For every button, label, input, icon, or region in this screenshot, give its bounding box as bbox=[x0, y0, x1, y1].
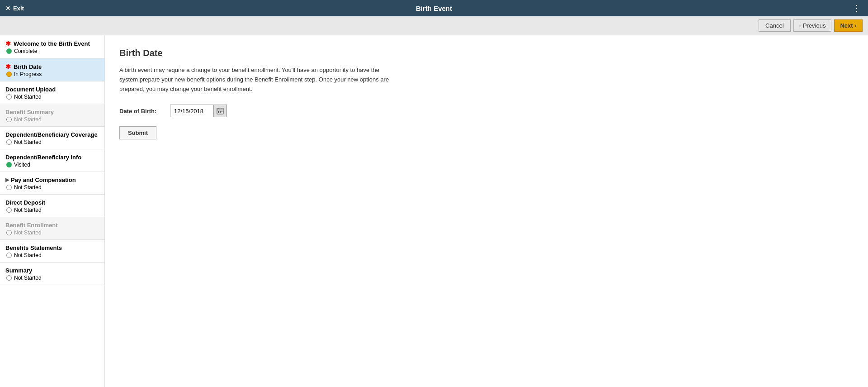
sidebar: ✱Welcome to the Birth EventComplete✱Birt… bbox=[0, 35, 105, 387]
sidebar-item-title-dependent-info: Dependent/Beneficiary Info bbox=[5, 154, 99, 161]
sidebar-item-label-benefit-enrollment: Benefit Enrollment bbox=[5, 222, 58, 229]
sidebar-item-status-welcome: Complete bbox=[5, 48, 99, 54]
svg-rect-7 bbox=[218, 112, 219, 113]
sidebar-item-label-benefits-statements: Benefits Statements bbox=[5, 244, 62, 251]
sidebar-item-title-benefit-summary: Benefit Summary bbox=[5, 109, 99, 115]
sidebar-item-label-summary: Summary bbox=[5, 267, 32, 274]
sidebar-item-benefit-summary: Benefit SummaryNot Started bbox=[0, 104, 104, 127]
svg-rect-5 bbox=[220, 111, 221, 112]
status-label-birth-date: In Progress bbox=[14, 71, 42, 77]
sidebar-item-status-dependent-info: Visited bbox=[5, 162, 99, 168]
sidebar-item-label-document-upload: Document Upload bbox=[5, 86, 56, 93]
section-description: A birth event may require a change to yo… bbox=[119, 66, 391, 94]
status-dot-benefit-summary bbox=[6, 117, 12, 122]
date-of-birth-label: Date of Birth: bbox=[119, 108, 165, 115]
sidebar-item-title-summary: Summary bbox=[5, 267, 99, 274]
sidebar-item-label-birth-date: Birth Date bbox=[14, 63, 42, 70]
status-dot-dependent-info bbox=[6, 162, 12, 167]
sidebar-item-document-upload[interactable]: Document UploadNot Started bbox=[0, 81, 104, 104]
main-content: Birth Date A birth event may require a c… bbox=[105, 35, 868, 387]
svg-rect-4 bbox=[218, 111, 219, 112]
sidebar-item-status-direct-deposit: Not Started bbox=[5, 207, 99, 213]
exit-label: Exit bbox=[13, 5, 24, 12]
sidebar-item-welcome[interactable]: ✱Welcome to the Birth EventComplete bbox=[0, 35, 104, 58]
sidebar-item-direct-deposit[interactable]: Direct DepositNot Started bbox=[0, 195, 104, 217]
sidebar-item-label-dependent-coverage: Dependent/Beneficiary Coverage bbox=[5, 131, 98, 138]
page-title: Birth Event bbox=[416, 5, 452, 12]
sidebar-item-status-document-upload: Not Started bbox=[5, 94, 99, 100]
previous-button[interactable]: ‹ Previous bbox=[793, 19, 832, 32]
status-label-summary: Not Started bbox=[14, 275, 42, 281]
sidebar-item-label-benefit-summary: Benefit Summary bbox=[5, 109, 54, 115]
date-input-wrapper bbox=[170, 105, 227, 117]
expand-chevron-icon-pay-compensation[interactable]: ▶ bbox=[5, 177, 9, 183]
sidebar-item-label-dependent-info: Dependent/Beneficiary Info bbox=[5, 154, 81, 161]
sidebar-item-status-benefit-enrollment: Not Started bbox=[5, 229, 99, 236]
app-header: ✕ Exit Birth Event ⋮ bbox=[0, 0, 868, 16]
status-label-benefits-statements: Not Started bbox=[14, 252, 42, 258]
sidebar-item-status-birth-date: In Progress bbox=[5, 71, 99, 77]
sidebar-item-dependent-info[interactable]: Dependent/Beneficiary InfoVisited bbox=[0, 149, 104, 172]
exit-button[interactable]: ✕ Exit bbox=[5, 5, 24, 12]
section-title: Birth Date bbox=[119, 48, 854, 58]
submit-row: Submit bbox=[119, 126, 854, 139]
sidebar-item-status-summary: Not Started bbox=[5, 275, 99, 281]
sidebar-item-title-dependent-coverage: Dependent/Beneficiary Coverage bbox=[5, 131, 99, 138]
sidebar-item-status-benefits-statements: Not Started bbox=[5, 252, 99, 258]
sidebar-item-label-pay-compensation: Pay and Compensation bbox=[11, 177, 76, 183]
svg-rect-6 bbox=[222, 111, 222, 112]
toolbar: Cancel ‹ Previous Next › bbox=[0, 16, 868, 35]
svg-rect-8 bbox=[220, 112, 221, 113]
sidebar-item-status-pay-compensation: Not Started bbox=[5, 184, 99, 191]
sidebar-item-title-welcome: ✱Welcome to the Birth Event bbox=[5, 40, 99, 47]
sidebar-item-dependent-coverage[interactable]: Dependent/Beneficiary CoverageNot Starte… bbox=[0, 127, 104, 149]
required-star-welcome: ✱ bbox=[5, 40, 11, 47]
status-dot-pay-compensation bbox=[6, 185, 12, 190]
sidebar-item-title-direct-deposit: Direct Deposit bbox=[5, 199, 99, 206]
sidebar-item-title-pay-compensation: ▶ Pay and Compensation bbox=[5, 177, 99, 183]
status-label-dependent-info: Visited bbox=[14, 162, 30, 168]
status-label-welcome: Complete bbox=[14, 48, 37, 54]
more-options-button[interactable]: ⋮ bbox=[853, 3, 862, 13]
status-dot-benefit-enrollment bbox=[6, 230, 12, 235]
status-label-dependent-coverage: Not Started bbox=[14, 139, 42, 145]
sidebar-item-benefits-statements[interactable]: Benefits StatementsNot Started bbox=[0, 240, 104, 263]
status-label-direct-deposit: Not Started bbox=[14, 207, 42, 213]
required-star-birth-date: ✱ bbox=[5, 63, 11, 70]
sidebar-item-title-document-upload: Document Upload bbox=[5, 86, 99, 93]
sidebar-item-summary[interactable]: SummaryNot Started bbox=[0, 263, 104, 285]
chevron-left-icon: ‹ bbox=[799, 22, 801, 29]
sidebar-item-birth-date[interactable]: ✱Birth DateIn Progress bbox=[0, 58, 104, 81]
next-button[interactable]: Next › bbox=[834, 19, 863, 32]
sidebar-item-pay-compensation[interactable]: ▶ Pay and CompensationNot Started bbox=[0, 172, 104, 195]
cancel-button[interactable]: Cancel bbox=[759, 19, 790, 32]
sidebar-item-label-welcome: Welcome to the Birth Event bbox=[14, 40, 90, 47]
submit-button[interactable]: Submit bbox=[119, 126, 156, 139]
status-dot-benefits-statements bbox=[6, 253, 12, 258]
sidebar-item-title-birth-date: ✱Birth Date bbox=[5, 63, 99, 70]
sidebar-item-status-dependent-coverage: Not Started bbox=[5, 139, 99, 145]
status-dot-direct-deposit bbox=[6, 207, 12, 213]
status-label-document-upload: Not Started bbox=[14, 94, 42, 100]
x-icon: ✕ bbox=[5, 5, 10, 12]
sidebar-item-title-benefit-enrollment: Benefit Enrollment bbox=[5, 222, 99, 229]
status-label-benefit-summary: Not Started bbox=[14, 116, 42, 123]
status-dot-welcome bbox=[6, 48, 12, 54]
calendar-icon bbox=[217, 107, 224, 115]
status-label-pay-compensation: Not Started bbox=[14, 184, 42, 191]
sidebar-item-label-direct-deposit: Direct Deposit bbox=[5, 199, 45, 206]
next-label: Next bbox=[840, 22, 853, 29]
date-of-birth-input[interactable] bbox=[170, 106, 213, 116]
status-dot-document-upload bbox=[6, 94, 12, 100]
status-dot-summary bbox=[6, 275, 12, 281]
sidebar-item-benefit-enrollment: Benefit EnrollmentNot Started bbox=[0, 217, 104, 240]
status-dot-birth-date bbox=[6, 72, 12, 77]
status-dot-dependent-coverage bbox=[6, 139, 12, 145]
calendar-button[interactable] bbox=[213, 105, 226, 117]
sidebar-item-title-benefits-statements: Benefits Statements bbox=[5, 244, 99, 251]
date-of-birth-row: Date of Birth: bbox=[119, 105, 854, 117]
status-label-benefit-enrollment: Not Started bbox=[14, 229, 42, 236]
sidebar-item-status-benefit-summary: Not Started bbox=[5, 116, 99, 123]
chevron-right-icon: › bbox=[855, 22, 857, 29]
main-layout: ✱Welcome to the Birth EventComplete✱Birt… bbox=[0, 35, 868, 387]
